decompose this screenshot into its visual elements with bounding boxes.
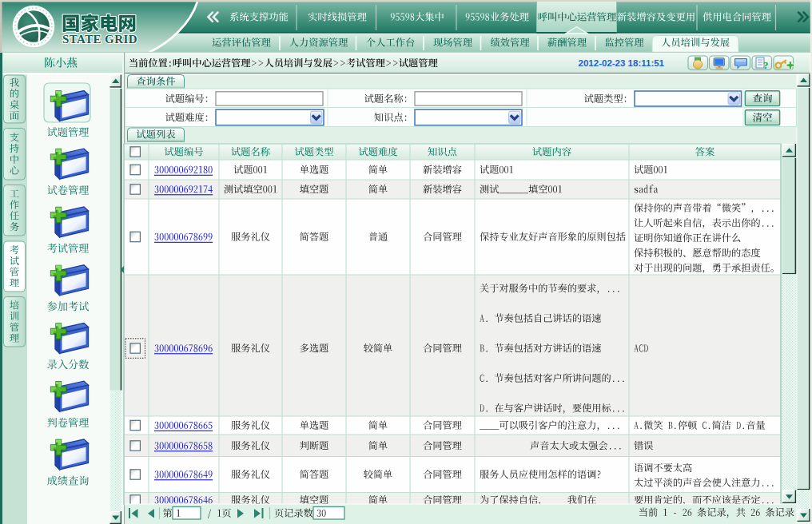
svg-text:STATE GRID: STATE GRID [62,33,137,46]
svg-text:?: ? [763,59,769,71]
svg-text:2012-02-23 18:11:51: 2012-02-23 18:11:51 [579,58,665,68]
